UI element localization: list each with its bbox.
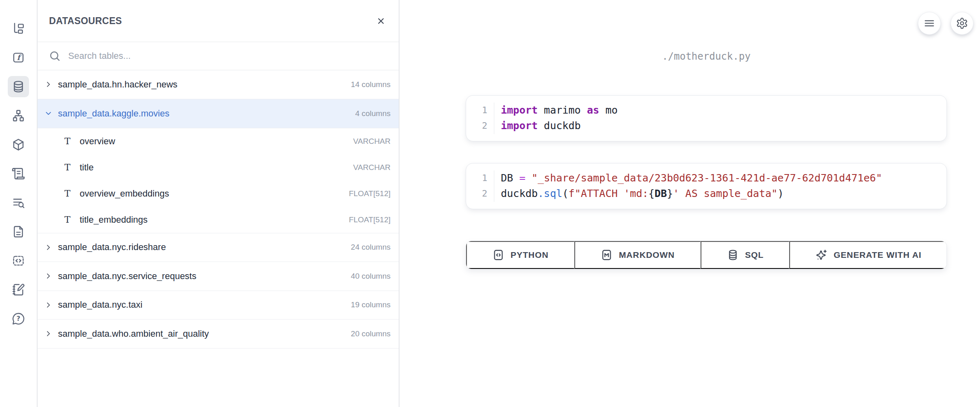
- code-token: (: [563, 188, 569, 199]
- table-name: sample_data.kaggle.movies: [58, 108, 350, 119]
- code-token: as: [587, 104, 599, 116]
- code-token: duckdb: [538, 120, 580, 132]
- snippets-icon[interactable]: [8, 250, 29, 271]
- square-m-icon: [601, 249, 613, 261]
- code-token: f: [569, 188, 575, 199]
- datasources-panel: DATASOURCES sample_data.hn.hacker_news 1…: [38, 0, 400, 407]
- icon-sidebar: f ?: [0, 0, 38, 407]
- add-sql-cell-button[interactable]: SQL: [701, 241, 790, 269]
- close-icon[interactable]: [373, 13, 388, 28]
- datasources-icon[interactable]: [8, 76, 29, 97]
- panel-header: DATASOURCES: [38, 0, 399, 42]
- code-cell[interactable]: 1 2 import marimo as mo import duckdb: [466, 95, 947, 141]
- button-label: PYTHON: [511, 250, 549, 260]
- menu-icon[interactable]: [918, 12, 941, 35]
- add-markdown-cell-button[interactable]: MARKDOWN: [574, 241, 701, 269]
- help-icon[interactable]: ?: [8, 308, 29, 329]
- table-row[interactable]: sample_data.who.ambient_air_quality 20 c…: [38, 320, 399, 349]
- column-row[interactable]: T overview_embeddings FLOAT[512]: [38, 181, 399, 207]
- table-list: sample_data.hn.hacker_news 14 columns sa…: [38, 70, 399, 349]
- column-count: 40 columns: [351, 272, 391, 281]
- notebook-filename[interactable]: ./motherduck.py: [466, 51, 947, 62]
- column-type: VARCHAR: [353, 137, 391, 146]
- code-token: mo: [599, 104, 618, 116]
- code-token: ' AS sample_data": [673, 188, 778, 199]
- code-token: "ATTACH 'md:: [575, 188, 649, 199]
- line-numbers: 1 2: [466, 170, 494, 202]
- packages-icon[interactable]: [8, 134, 29, 155]
- column-name: title: [80, 162, 346, 173]
- text-type-icon: T: [62, 215, 73, 225]
- code-line: DB = "_share/sample_data/23b0d623-1361-4…: [501, 170, 937, 186]
- line-number: 1: [466, 170, 494, 186]
- code-token: marimo: [538, 104, 587, 116]
- chevron-down-icon: [44, 109, 53, 118]
- table-row[interactable]: sample_data.nyc.taxi 19 columns: [38, 291, 399, 320]
- table-row[interactable]: sample_data.hn.hacker_news 14 columns: [38, 70, 399, 99]
- table-name: sample_data.nyc.taxi: [58, 300, 346, 310]
- column-count: 24 columns: [351, 243, 391, 252]
- logs-icon[interactable]: [8, 163, 29, 184]
- line-number: 2: [466, 186, 494, 201]
- code-line: import duckdb: [501, 118, 937, 134]
- column-row[interactable]: T overview VARCHAR: [38, 128, 399, 154]
- column-row[interactable]: T title VARCHAR: [38, 154, 399, 181]
- line-number: 2: [466, 118, 494, 134]
- table-name: sample_data.nyc.service_requests: [58, 271, 346, 282]
- square-code-icon: [492, 249, 505, 261]
- column-count: 4 columns: [355, 109, 391, 118]
- search-bar: [38, 42, 399, 70]
- code-token: {: [648, 188, 654, 199]
- code-token: =: [519, 172, 525, 184]
- button-label: MARKDOWN: [619, 250, 675, 260]
- text-search-icon[interactable]: [8, 192, 29, 213]
- table-row[interactable]: sample_data.nyc.service_requests 40 colu…: [38, 262, 399, 291]
- code-cell[interactable]: 1 2 DB = "_share/sample_data/23b0d623-13…: [466, 163, 947, 209]
- column-name: title_embeddings: [80, 215, 342, 225]
- code-token: import: [501, 104, 538, 116]
- generate-with-ai-button[interactable]: GENERATE WITH AI: [789, 241, 947, 269]
- file-tree-icon[interactable]: [8, 18, 29, 39]
- code-token: ): [777, 188, 784, 199]
- chevron-right-icon: [44, 243, 53, 252]
- columns-group: T overview VARCHAR T title VARCHAR T ove…: [38, 128, 399, 233]
- svg-text:f: f: [17, 53, 22, 62]
- add-cell-toolbar: PYTHON MARKDOWN SQL GENERATE WITH AI: [466, 241, 947, 269]
- code-token: }: [667, 188, 673, 199]
- gear-icon[interactable]: [951, 12, 973, 35]
- code-token: .sql: [538, 188, 562, 199]
- dependencies-icon[interactable]: [8, 105, 29, 126]
- add-python-cell-button[interactable]: PYTHON: [466, 241, 574, 269]
- database-icon: [727, 249, 739, 261]
- search-input[interactable]: [68, 51, 389, 61]
- code-token: "_share/sample_data/23b0d623-1361-421d-a…: [531, 172, 882, 184]
- code-editor[interactable]: import marimo as mo import duckdb: [494, 103, 937, 134]
- table-name: sample_data.who.ambient_air_quality: [58, 329, 346, 339]
- table-row[interactable]: sample_data.nyc.rideshare 24 columns: [38, 233, 399, 262]
- column-row[interactable]: T title_embeddings FLOAT[512]: [38, 207, 399, 233]
- chevron-right-icon: [44, 80, 53, 89]
- column-count: 20 columns: [351, 329, 391, 338]
- chevron-right-icon: [44, 301, 53, 309]
- table-name: sample_data.nyc.rideshare: [58, 242, 346, 253]
- column-type: FLOAT[512]: [349, 215, 391, 224]
- marimo-app: f ? DATASOURCES: [0, 0, 980, 407]
- text-type-icon: T: [62, 136, 73, 146]
- variables-icon[interactable]: f: [8, 47, 29, 68]
- code-editor[interactable]: DB = "_share/sample_data/23b0d623-1361-4…: [494, 170, 937, 202]
- scratchpad-icon[interactable]: [8, 279, 29, 300]
- column-name: overview_embeddings: [80, 188, 342, 199]
- sparkles-icon: [815, 249, 828, 261]
- panel-title: DATASOURCES: [49, 16, 122, 27]
- button-label: GENERATE WITH AI: [834, 250, 922, 260]
- code-token: import: [501, 120, 538, 132]
- text-type-icon: T: [62, 188, 73, 199]
- column-type: VARCHAR: [353, 163, 391, 172]
- text-type-icon: T: [62, 162, 73, 172]
- column-name: overview: [80, 136, 346, 147]
- documentation-icon[interactable]: [8, 221, 29, 242]
- column-type: FLOAT[512]: [349, 189, 391, 198]
- column-count: 14 columns: [351, 80, 391, 89]
- table-row-selected[interactable]: sample_data.kaggle.movies 4 columns: [38, 99, 399, 128]
- chevron-right-icon: [44, 329, 53, 338]
